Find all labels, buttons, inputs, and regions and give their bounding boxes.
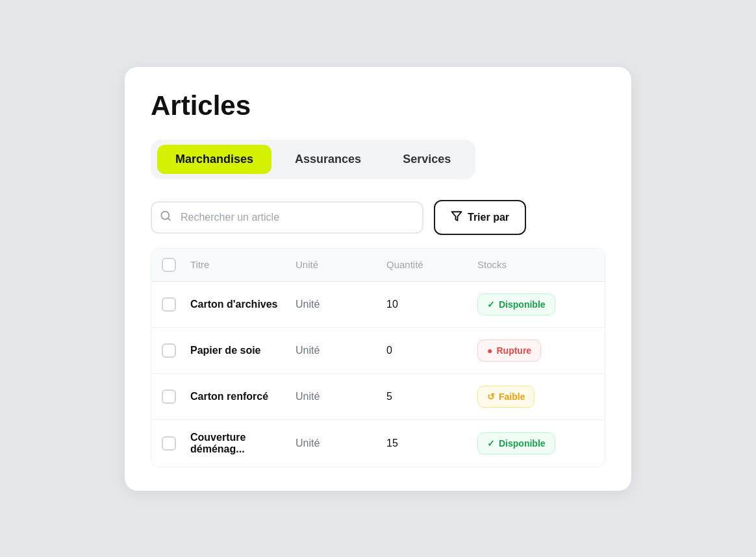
table-row: Carton renforcé Unité 5 ↺ Faible <box>151 374 605 420</box>
search-input[interactable] <box>151 201 423 234</box>
articles-table: Titre Unité Quantité Stocks Carton d'arc… <box>151 248 605 467</box>
status-label: Rupture <box>496 345 531 356</box>
row-title: Carton renforcé <box>190 391 296 402</box>
status-badge: ● Rupture <box>477 340 541 362</box>
table-header-row: Titre Unité Quantité Stocks <box>151 249 605 282</box>
row-checkbox[interactable] <box>162 297 176 312</box>
table-row: Carton d'archives Unité 10 ✓ Disponible <box>151 282 605 328</box>
status-icon: ✓ <box>487 438 495 449</box>
search-wrapper <box>151 201 423 234</box>
row-unite: Unité <box>296 345 386 356</box>
filter-icon <box>451 210 462 225</box>
row-checkbox[interactable] <box>162 390 176 404</box>
tab-marchandises[interactable]: Marchandises <box>157 145 271 174</box>
tabs-container: Marchandises Assurances Services <box>151 140 475 179</box>
status-badge: ↺ Faible <box>477 386 535 408</box>
row-title: Couverture déménag... <box>190 432 296 455</box>
table-row: Papier de soie Unité 0 ● Rupture <box>151 328 605 374</box>
row-title: Carton d'archives <box>190 299 296 310</box>
row-quantite: 0 <box>386 345 477 356</box>
row-quantite: 5 <box>386 391 477 402</box>
row-checkbox[interactable] <box>162 343 176 358</box>
table-row: Couverture déménag... Unité 15 ✓ Disponi… <box>151 420 605 467</box>
status-icon: ↺ <box>487 391 495 402</box>
row-unite: Unité <box>296 438 386 449</box>
row-checkbox[interactable] <box>162 436 176 451</box>
tab-services[interactable]: Services <box>384 145 469 174</box>
articles-card: Articles Marchandises Assurances Service… <box>125 67 631 491</box>
row-unite: Unité <box>296 299 386 310</box>
status-icon: ✓ <box>487 299 495 310</box>
status-label: Disponible <box>499 299 546 310</box>
status-badge: ✓ Disponible <box>477 293 555 316</box>
status-badge: ✓ Disponible <box>477 432 555 454</box>
status-label: Disponible <box>499 438 546 449</box>
filter-button-label: Trier par <box>468 212 509 223</box>
header-unite: Unité <box>296 259 386 270</box>
status-label: Faible <box>499 391 525 402</box>
row-unite: Unité <box>296 391 386 402</box>
header-titre: Titre <box>190 259 296 270</box>
row-title: Papier de soie <box>190 345 296 356</box>
header-quantite: Quantité <box>386 259 477 270</box>
search-filter-row: Trier par <box>151 200 605 235</box>
status-icon: ● <box>487 345 492 356</box>
row-quantite: 15 <box>386 438 477 449</box>
row-quantite: 10 <box>386 299 477 310</box>
tab-assurances[interactable]: Assurances <box>277 145 379 174</box>
filter-button[interactable]: Trier par <box>434 200 526 235</box>
svg-marker-2 <box>452 212 462 221</box>
header-stocks: Stocks <box>477 259 594 270</box>
select-all-checkbox[interactable] <box>162 258 176 272</box>
page-title: Articles <box>151 90 605 121</box>
